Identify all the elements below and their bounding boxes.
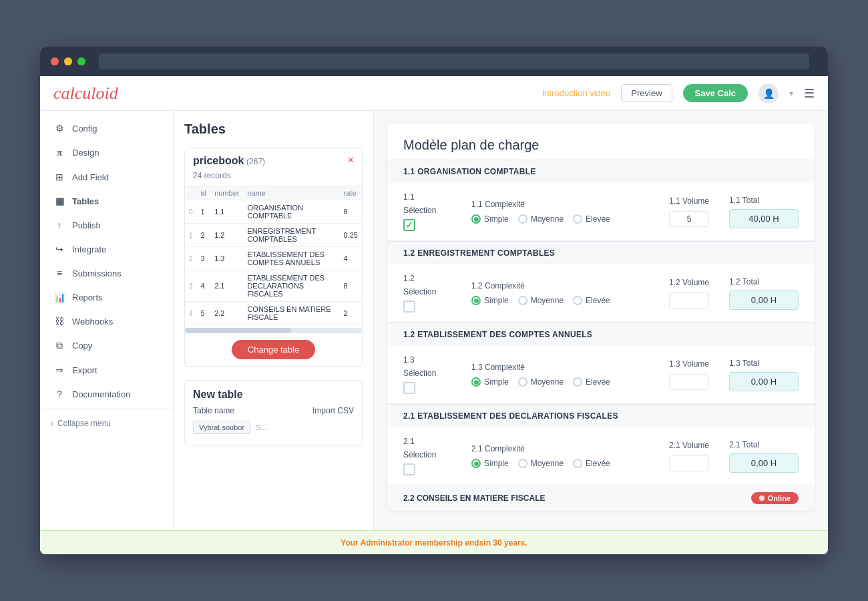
volume-label: 1.2 Volume [669, 278, 718, 287]
radio-item[interactable]: Moyenne [518, 377, 564, 387]
radio-item[interactable]: Elevée [573, 459, 610, 468]
right-panel: Modèle plan de charge 1.1 ORGANISATION C… [374, 111, 828, 530]
file-select-button[interactable]: Vybrat soubor [193, 421, 250, 434]
documentation-icon: ? [53, 389, 65, 399]
sidebar-item-tables[interactable]: ▦ Tables [40, 189, 173, 213]
radio-circle[interactable] [573, 459, 582, 468]
close-table-button[interactable]: × [348, 155, 354, 166]
cell-number: 2.1 [210, 270, 243, 302]
radio-circle[interactable] [518, 214, 527, 224]
webhooks-icon: ⛓ [53, 316, 65, 327]
radio-circle[interactable] [573, 214, 582, 224]
intro-video-link[interactable]: Introduction video [542, 88, 611, 98]
cell-rate: 4 [340, 247, 362, 270]
row-index: 0 [185, 200, 197, 224]
submissions-icon: ≡ [53, 268, 65, 278]
radio-circle[interactable] [573, 377, 582, 387]
sidebar-item-integrate[interactable]: ↪ Integrate [40, 237, 173, 261]
radio-item[interactable]: Moyenne [518, 459, 564, 468]
radio-circle[interactable] [471, 214, 481, 224]
selection-cell: 1.2 Sélection [403, 274, 463, 313]
sidebar-item-publish[interactable]: ↑ Publish [40, 213, 173, 237]
selection-checkbox[interactable] [403, 382, 415, 394]
radio-item[interactable]: Moyenne [518, 296, 564, 305]
sidebar-item-documentation[interactable]: ? Documentation [40, 382, 173, 406]
total-value: 40,00 H [729, 209, 799, 228]
total-label: 1.2 Total [729, 277, 799, 286]
sidebar: ⚙ Config 𝛑 Design ⊞ Add Field ▦ Tables ↑ [40, 111, 174, 530]
app-header: calculoid Introduction video Preview Sav… [40, 76, 828, 111]
radio-circle[interactable] [573, 296, 582, 305]
section-block-s4: 2.1 ETABLISSEMENT DES DECLARATIONS FISCA… [387, 404, 815, 485]
selection-sub-label: Sélection [403, 450, 436, 459]
radio-item[interactable]: Elevée [573, 296, 610, 305]
table-scrollbar[interactable] [185, 328, 362, 333]
radio-item[interactable]: Simple [471, 296, 509, 305]
selection-checkbox[interactable] [403, 300, 415, 313]
sidebar-item-config[interactable]: ⚙ Config [40, 116, 173, 140]
collapse-menu-item[interactable]: ‹ Collapse menu [40, 412, 173, 435]
sidebar-label-design: Design [72, 148, 99, 158]
complexite-label: 1.2 Complexité [471, 281, 658, 290]
radio-group: Simple Moyenne Elevée [471, 459, 658, 468]
radio-item[interactable]: Simple [471, 214, 509, 224]
hamburger-button[interactable]: ☰ [804, 86, 815, 101]
radio-item[interactable]: Elevée [573, 377, 610, 387]
sidebar-item-copy[interactable]: ⧉ Copy [40, 333, 173, 358]
radio-circle[interactable] [518, 296, 527, 305]
complexite-cell: 2.1 Complexité Simple Moyenne Elevée [463, 444, 658, 468]
selection-checkbox[interactable]: ✓ [403, 219, 415, 231]
save-calc-button[interactable]: Save Calc [683, 84, 748, 102]
preview-button[interactable]: Preview [621, 84, 672, 102]
sidebar-item-reports[interactable]: 📊 Reports [40, 285, 173, 309]
volume-input[interactable] [669, 211, 709, 227]
selection-sub-label: Sélection [403, 206, 436, 215]
sidebar-item-add-field[interactable]: ⊞ Add Field [40, 165, 173, 189]
section-header: 1.1 ORGANISATION COMPTABLE [387, 160, 815, 183]
volume-label: 1.3 Volume [669, 359, 718, 369]
radio-circle[interactable] [518, 459, 527, 468]
cell-number: 1.3 [210, 247, 243, 270]
sidebar-divider [40, 409, 173, 409]
change-table-button[interactable]: Change table [232, 340, 315, 359]
complexite-label: 2.1 Complexité [471, 444, 658, 453]
total-label: 1.3 Total [729, 359, 799, 368]
user-icon-button[interactable]: 👤 [758, 83, 779, 104]
cell-rate: 8 [340, 270, 362, 302]
sidebar-item-design[interactable]: 𝛑 Design [40, 140, 173, 165]
selection-cell: 2.1 Sélection [403, 437, 463, 475]
radio-item[interactable]: Moyenne [518, 214, 564, 224]
volume-input[interactable] [669, 374, 709, 390]
cell-name: ETABLISSEMENT DES COMPTES ANNUELS [243, 247, 339, 270]
selection-row-label: 1.2 [403, 274, 415, 283]
maximize-dot[interactable] [77, 57, 85, 65]
file-input-row: Vybrat soubor S... [193, 421, 354, 434]
selection-checkbox[interactable] [403, 463, 415, 475]
sidebar-item-webhooks[interactable]: ⛓ Webhooks [40, 309, 173, 333]
new-table-card: New table Table name Import CSV Vybrat s… [184, 380, 363, 445]
section-row: 2.1 Sélection 2.1 Complexité Simple Moye… [387, 427, 815, 485]
radio-item[interactable]: Elevée [573, 214, 610, 224]
radio-circle[interactable] [518, 377, 527, 387]
table-scroll-area[interactable]: id number name rate 0 1 1.1 ORGANISATION… [185, 186, 362, 325]
row-index: 4 [185, 302, 197, 325]
radio-group: Simple Moyenne Elevée [471, 296, 658, 305]
radio-label: Elevée [586, 377, 610, 387]
section-header: 2.1 ETABLISSEMENT DES DECLARATIONS FISCA… [387, 405, 815, 427]
radio-group: Simple Moyenne Elevée [471, 214, 658, 224]
publish-icon: ↑ [53, 220, 65, 230]
radio-item[interactable]: Simple [471, 459, 509, 468]
sidebar-item-submissions[interactable]: ≡ Submissions [40, 261, 173, 285]
radio-circle[interactable] [471, 459, 481, 468]
radio-item[interactable]: Simple [471, 377, 509, 387]
minimize-dot[interactable] [64, 57, 72, 65]
radio-circle[interactable] [471, 377, 481, 387]
radio-circle[interactable] [471, 296, 481, 305]
sidebar-item-export[interactable]: ⇒ Export [40, 358, 173, 382]
close-dot[interactable] [51, 57, 59, 65]
selection-row-label: 1.1 [403, 192, 415, 202]
sidebar-label-integrate: Integrate [72, 244, 106, 254]
volume-input[interactable] [669, 292, 709, 309]
volume-input[interactable] [669, 455, 709, 471]
collapse-label: Collapse menu [57, 419, 111, 428]
